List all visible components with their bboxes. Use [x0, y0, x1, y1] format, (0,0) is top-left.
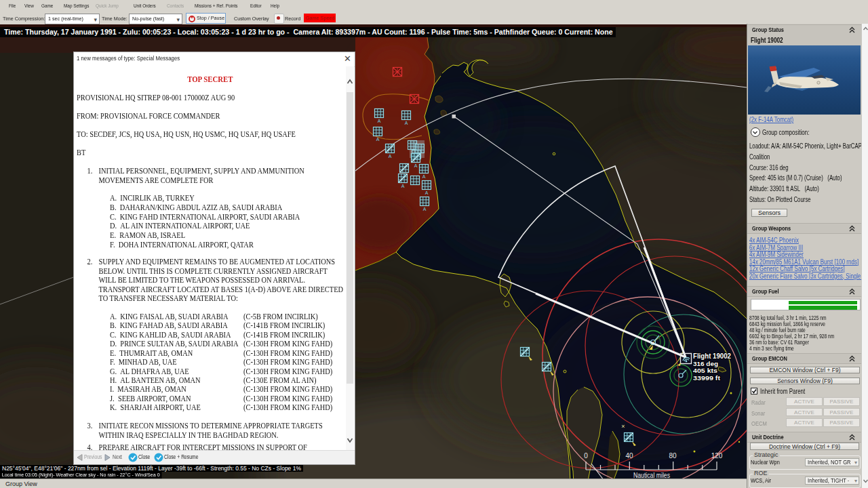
svg-text:33999 ft: 33999 ft [693, 374, 721, 382]
svg-text:A: A [376, 137, 380, 142]
svg-text:40: 40 [625, 452, 633, 460]
svg-text:80: 80 [669, 452, 677, 460]
svg-text:120: 120 [711, 452, 723, 460]
svg-text:405 kts: 405 kts [693, 367, 717, 374]
svg-text:×: × [621, 423, 625, 430]
svg-text:A: A [378, 119, 381, 123]
svg-text:316 deg: 316 deg [693, 360, 718, 367]
svg-text:A: A [389, 154, 392, 159]
svg-text:Flight 19002: Flight 19002 [693, 352, 731, 360]
svg-text:A: A [423, 207, 427, 211]
svg-text:A: A [425, 190, 429, 195]
svg-text:A: A [414, 163, 418, 168]
svg-text:A: A [405, 121, 408, 125]
svg-text:A: A [401, 184, 405, 188]
svg-text:0: 0 [584, 452, 588, 460]
svg-text:A: A [422, 174, 426, 179]
